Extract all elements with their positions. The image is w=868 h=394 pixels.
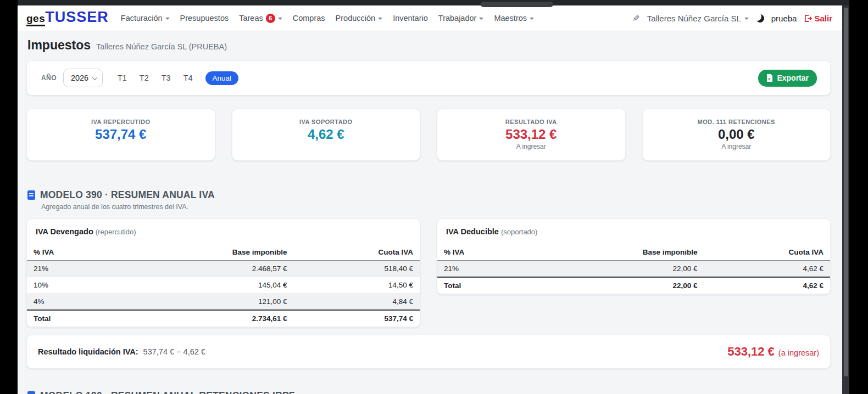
- card-note: A ingresar: [437, 143, 625, 150]
- result-amount: 533,12 € (a ingresar): [727, 345, 819, 359]
- logout-button[interactable]: Salir: [804, 14, 832, 23]
- result-value: 533,12 €: [727, 345, 775, 359]
- table-row: 21% 2.468,57 € 518,40 €: [27, 261, 420, 277]
- nav-item-produccion[interactable]: Producción: [336, 14, 383, 22]
- logo-main: TUSSER: [45, 10, 109, 25]
- tab-t4[interactable]: T4: [183, 74, 193, 82]
- card-value: 4,62 €: [232, 127, 420, 142]
- chevron-down-icon: [92, 75, 97, 80]
- document-icon: [27, 190, 35, 200]
- excel-file-icon: x: [766, 74, 773, 82]
- company-selector[interactable]: Talleres Núñez García SL: [647, 14, 749, 23]
- table-title: IVA Deducible (soportado): [437, 227, 830, 236]
- iva-deducible-table: % IVA Base imponible Cuota IVA 21% 22,00…: [437, 244, 830, 294]
- table-total-row: Total 2.734,61 € 537,74 €: [27, 310, 420, 327]
- cell-cuota: 4,84 €: [293, 294, 420, 311]
- username: prueba: [771, 14, 797, 23]
- cell-pct: 21%: [437, 261, 526, 278]
- company-name: Talleres Núñez García SL: [647, 14, 741, 23]
- scrollbar-thumb[interactable]: [844, 8, 848, 376]
- iva-devengado-table: % IVA Base imponible Cuota IVA 21% 2.468…: [27, 244, 420, 327]
- section-title: MODELO 190 · RESUMEN ANUAL RETENCIONES I…: [40, 390, 295, 394]
- table-title-main: IVA Devengado: [36, 227, 93, 236]
- chevron-down-icon: [479, 18, 483, 20]
- app-logo[interactable]: gesTUSSER: [26, 10, 109, 26]
- cell-total-base: 22,00 €: [526, 277, 704, 294]
- summary-cards: IVA REPERCUTIDO 537,74 € IVA SOPORTADO 4…: [26, 109, 831, 161]
- nav-item-trabajador[interactable]: Trabajador: [438, 14, 484, 22]
- iva-result-bar: Resultado liquidación IVA: 537,74 € − 4,…: [26, 335, 831, 369]
- export-label: Exportar: [777, 74, 809, 82]
- main-navbar: gesTUSSER Facturación Presupuestos Tarea…: [18, 5, 842, 31]
- nav-label: Maestros: [494, 14, 527, 22]
- result-label: Resultado liquidación IVA:: [38, 347, 138, 356]
- navbar-right: ✎ Talleres Núñez García SL prueba Salir: [632, 13, 832, 24]
- nav-item-inventario[interactable]: Inventario: [393, 14, 428, 22]
- nav-label: Compras: [293, 14, 325, 22]
- cell-total-label: Total: [27, 310, 115, 327]
- tab-anual[interactable]: Anual: [205, 71, 239, 85]
- cell-total-label: Total: [437, 277, 526, 294]
- dark-mode-moon-icon[interactable]: [756, 14, 764, 22]
- export-button[interactable]: x Exportar: [758, 70, 817, 87]
- cell-base: 121,00 €: [115, 294, 294, 311]
- tab-t1[interactable]: T1: [118, 74, 127, 82]
- page-header: Impuestos Talleres Núñez García SL (PRUE…: [26, 38, 831, 53]
- year-label: AÑO: [41, 74, 57, 82]
- card-value: 0,00 €: [643, 127, 831, 142]
- app-window: gesTUSSER Facturación Presupuestos Tarea…: [18, 0, 849, 394]
- nav-item-tareas[interactable]: Tareas 6: [239, 14, 282, 23]
- table-total-row: Total 22,00 € 4,62 €: [437, 277, 830, 294]
- iva-deducible-card: IVA Deducible (soportado) % IVA Base imp…: [437, 218, 831, 295]
- col-base-imponible: Base imponible: [526, 244, 704, 261]
- nav-item-facturacion[interactable]: Facturación: [121, 14, 170, 22]
- col-cuota-iva: Cuota IVA: [293, 244, 420, 261]
- nav-label: Tareas: [239, 14, 263, 22]
- card-resultado-iva: RESULTADO IVA 533,12 € A ingresar: [437, 109, 626, 161]
- cell-pct: 4%: [27, 294, 115, 311]
- logout-icon: [804, 14, 812, 22]
- nav-item-presupuestos[interactable]: Presupuestos: [180, 14, 229, 22]
- cell-base: 2.468,57 €: [115, 261, 294, 277]
- cell-total-base: 2.734,61 €: [115, 310, 294, 327]
- card-iva-repercutido: IVA REPERCUTIDO 537,74 €: [26, 109, 215, 161]
- cell-pct: 10%: [27, 277, 115, 294]
- card-value: 537,74 €: [27, 127, 215, 142]
- result-note: (a ingresar): [778, 348, 819, 357]
- col-base-imponible: Base imponible: [115, 244, 294, 261]
- cell-cuota: 4,62 €: [704, 261, 830, 278]
- cell-total-cuota: 537,74 €: [293, 310, 420, 327]
- result-formula: 537,74 € − 4,62 €: [143, 347, 205, 356]
- logo-prefix: ges: [26, 13, 45, 26]
- card-label: IVA REPERCUTIDO: [27, 119, 215, 125]
- table-title-main: IVA Deducible: [446, 227, 499, 236]
- page-title: Impuestos: [27, 38, 91, 53]
- card-mod-111: MOD. 111 RETENCIONES 0,00 € A ingresar: [642, 109, 831, 161]
- document-icon: [27, 391, 35, 394]
- nav-menu: Facturación Presupuestos Tareas 6 Compra…: [121, 14, 534, 23]
- vertical-scrollbar[interactable]: [842, 0, 849, 394]
- modelo-390-tables: IVA Devengado (repercutido) % IVA Base i…: [26, 218, 831, 328]
- table-row: 21% 22,00 € 4,62 €: [437, 261, 830, 278]
- chevron-down-icon: [744, 18, 749, 20]
- nav-item-maestros[interactable]: Maestros: [494, 14, 534, 22]
- cell-base: 22,00 €: [526, 261, 704, 278]
- chevron-down-icon: [278, 18, 282, 20]
- card-label: MOD. 111 RETENCIONES: [643, 119, 831, 125]
- nav-label: Facturación: [121, 14, 163, 22]
- edit-pencil-icon[interactable]: ✎: [632, 13, 639, 24]
- year-value: 2026: [71, 74, 88, 82]
- chevron-down-icon: [378, 18, 382, 20]
- browser-top-strip: [18, 0, 849, 5]
- year-select[interactable]: 2026: [63, 69, 103, 87]
- quarter-tabs: T1 T2 T3 T4 Anual: [118, 71, 238, 85]
- card-value: 533,12 €: [437, 127, 625, 142]
- tab-t2[interactable]: T2: [140, 74, 149, 82]
- cell-cuota: 14,50 €: [293, 277, 420, 294]
- col-pct-iva: % IVA: [437, 244, 526, 261]
- cell-base: 145,04 €: [115, 277, 294, 294]
- card-label: RESULTADO IVA: [437, 119, 625, 125]
- tab-t3[interactable]: T3: [162, 74, 171, 82]
- col-pct-iva: % IVA: [27, 244, 115, 261]
- nav-item-compras[interactable]: Compras: [293, 14, 325, 22]
